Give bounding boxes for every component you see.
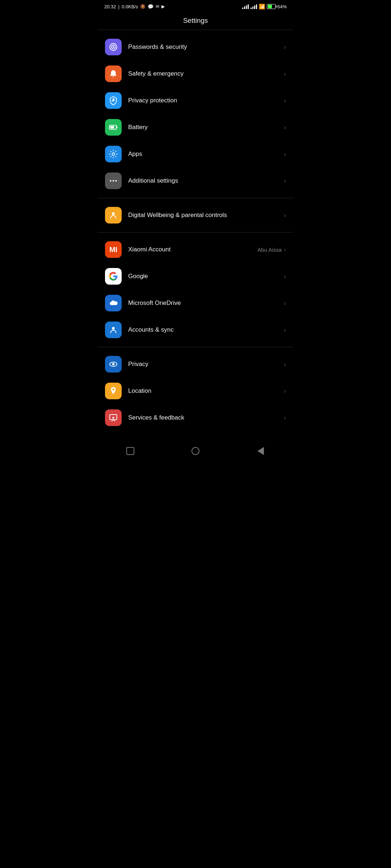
youtube-icon: ▶ (161, 4, 165, 9)
location-content: Location › (128, 387, 286, 395)
xiaomi-account-label: Xiaomi Account (128, 246, 171, 253)
battery-cam-icon (109, 123, 118, 132)
additional-settings-content: Additional settings › (128, 177, 286, 185)
settings-group-1: Passwords & security › Safety & emergenc… (98, 31, 293, 196)
location-pin-icon (109, 386, 118, 396)
privacy-protection-right: › (284, 97, 286, 105)
nav-square-button[interactable] (121, 442, 139, 460)
settings-item-services-feedback[interactable]: Services & feedback › (98, 404, 293, 431)
safety-emergency-content: Safety & emergency › (128, 70, 286, 78)
settings-item-additional-settings[interactable]: Additional settings › (98, 167, 293, 194)
settings-item-google[interactable]: Google › (98, 263, 293, 290)
digital-wellbeing-right: › (284, 212, 286, 219)
privacy-icon (105, 356, 122, 373)
settings-item-digital-wellbeing[interactable]: Digital Wellbeing & parental controls › (98, 202, 293, 229)
battery-menu-icon (105, 119, 122, 136)
settings-item-privacy[interactable]: Privacy › (98, 351, 293, 378)
network-speed: 0.0KB/s (122, 4, 138, 9)
passwords-security-icon (105, 39, 122, 55)
target-icon (109, 42, 118, 52)
passwords-security-label: Passwords & security (128, 43, 187, 51)
chevron-icon: › (284, 246, 286, 254)
xiaomi-account-value: Abu Aissa (257, 247, 282, 253)
digital-wellbeing-content: Digital Wellbeing & parental controls › (128, 212, 286, 219)
settings-item-apps[interactable]: Apps › (98, 141, 293, 167)
chevron-icon: › (284, 273, 286, 280)
svg-point-10 (112, 212, 115, 215)
svg-point-2 (113, 46, 114, 48)
accounts-sync-label: Accounts & sync (128, 326, 174, 333)
battery-right: › (284, 124, 286, 131)
settings-group-2: Digital Wellbeing & parental controls › (98, 200, 293, 231)
settings-item-passwords-security[interactable]: Passwords & security › (98, 34, 293, 60)
chevron-icon: › (284, 299, 286, 307)
person-sync-icon (109, 325, 118, 335)
settings-item-privacy-protection[interactable]: Privacy protection › (98, 87, 293, 114)
apps-right: › (284, 150, 286, 158)
divider-2 (98, 198, 293, 198)
accounts-sync-content: Accounts & sync › (128, 326, 286, 334)
nav-triangle-icon (257, 447, 264, 455)
divider-4 (98, 347, 293, 347)
settings-item-xiaomi-account[interactable]: MI Xiaomi Account Abu Aissa › (98, 236, 293, 263)
additional-settings-icon (105, 173, 122, 189)
chevron-icon: › (284, 150, 286, 158)
person-circle-icon (109, 210, 118, 220)
passwords-security-content: Passwords & security › (128, 43, 286, 51)
safety-emergency-icon (105, 65, 122, 82)
chevron-icon: › (284, 326, 286, 334)
battery-percent: 64% (277, 4, 287, 9)
wifi-icon: 📶 (259, 4, 265, 9)
settings-group-4: Privacy › Location › (98, 349, 293, 433)
google-icon (105, 268, 122, 285)
divider-top (98, 30, 293, 30)
mail-icon: ✉ (156, 4, 159, 9)
battery-fill (268, 5, 272, 8)
mi-logo: MI (109, 246, 117, 254)
nav-square-icon (126, 447, 134, 455)
onedrive-right: › (284, 299, 286, 307)
separator: | (118, 4, 119, 9)
chevron-icon: › (284, 414, 286, 422)
safety-emergency-label: Safety & emergency (128, 70, 184, 77)
digital-wellbeing-icon (105, 207, 122, 224)
svg-point-6 (112, 153, 115, 156)
settings-item-location[interactable]: Location › (98, 378, 293, 404)
google-right: › (284, 273, 286, 280)
accounts-sync-right: › (284, 326, 286, 334)
settings-item-safety-emergency[interactable]: Safety & emergency › (98, 60, 293, 87)
chevron-icon: › (284, 70, 286, 78)
privacy-label: Privacy (128, 361, 148, 368)
privacy-protection-icon (105, 92, 122, 109)
nav-back-button[interactable] (252, 442, 270, 460)
battery-content: Battery › (128, 124, 286, 131)
chevron-icon: › (284, 387, 286, 395)
services-feedback-right: › (284, 414, 286, 422)
additional-settings-right: › (284, 177, 286, 185)
chevron-icon: › (284, 361, 286, 368)
message-star-icon (109, 413, 118, 422)
chevron-icon: › (284, 124, 286, 131)
battery-label: Battery (128, 124, 148, 131)
privacy-protection-content: Privacy protection › (128, 97, 286, 105)
settings-item-onedrive[interactable]: Microsoft OneDrive › (98, 290, 293, 316)
additional-settings-label: Additional settings (128, 177, 178, 184)
passwords-security-right: › (284, 43, 286, 51)
svg-point-13 (112, 363, 115, 366)
privacy-content: Privacy › (128, 361, 286, 368)
chevron-icon: › (284, 97, 286, 105)
status-right: 📶 64% (242, 4, 287, 9)
nav-home-button[interactable] (186, 442, 205, 460)
chevron-icon: › (284, 177, 286, 185)
svg-rect-5 (110, 126, 114, 129)
settings-item-battery[interactable]: Battery › (98, 114, 293, 141)
chevron-icon: › (284, 43, 286, 51)
bell-icon (109, 69, 118, 78)
dots-icon (109, 176, 118, 186)
eye-icon (109, 359, 118, 369)
accounts-sync-icon (105, 322, 122, 338)
google-label: Google (128, 273, 148, 280)
location-right: › (284, 387, 286, 395)
settings-item-accounts-sync[interactable]: Accounts & sync › (98, 316, 293, 343)
divider-3 (98, 232, 293, 233)
